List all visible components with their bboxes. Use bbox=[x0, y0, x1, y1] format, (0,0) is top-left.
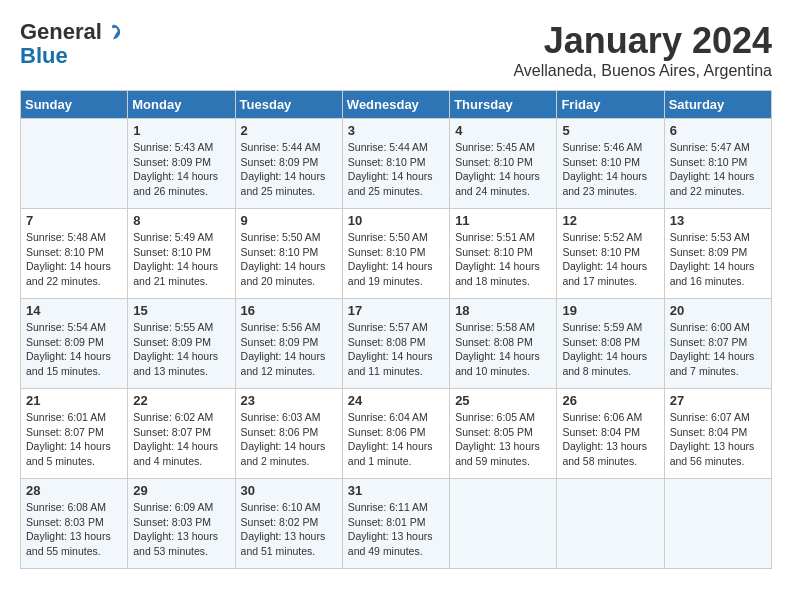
calendar-cell: 23Sunrise: 6:03 AMSunset: 8:06 PMDayligh… bbox=[235, 389, 342, 479]
calendar-cell: 29Sunrise: 6:09 AMSunset: 8:03 PMDayligh… bbox=[128, 479, 235, 569]
calendar-cell: 28Sunrise: 6:08 AMSunset: 8:03 PMDayligh… bbox=[21, 479, 128, 569]
day-info: Sunrise: 5:43 AMSunset: 8:09 PMDaylight:… bbox=[133, 140, 229, 199]
calendar-cell bbox=[557, 479, 664, 569]
day-number: 24 bbox=[348, 393, 444, 408]
calendar-week-row: 1Sunrise: 5:43 AMSunset: 8:09 PMDaylight… bbox=[21, 119, 772, 209]
calendar-cell: 14Sunrise: 5:54 AMSunset: 8:09 PMDayligh… bbox=[21, 299, 128, 389]
calendar-cell: 26Sunrise: 6:06 AMSunset: 8:04 PMDayligh… bbox=[557, 389, 664, 479]
calendar-cell: 15Sunrise: 5:55 AMSunset: 8:09 PMDayligh… bbox=[128, 299, 235, 389]
day-number: 25 bbox=[455, 393, 551, 408]
day-info: Sunrise: 6:07 AMSunset: 8:04 PMDaylight:… bbox=[670, 410, 766, 469]
col-wednesday: Wednesday bbox=[342, 91, 449, 119]
calendar-cell: 25Sunrise: 6:05 AMSunset: 8:05 PMDayligh… bbox=[450, 389, 557, 479]
day-info: Sunrise: 6:03 AMSunset: 8:06 PMDaylight:… bbox=[241, 410, 337, 469]
calendar-cell bbox=[664, 479, 771, 569]
day-number: 29 bbox=[133, 483, 229, 498]
calendar-cell: 24Sunrise: 6:04 AMSunset: 8:06 PMDayligh… bbox=[342, 389, 449, 479]
col-saturday: Saturday bbox=[664, 91, 771, 119]
day-info: Sunrise: 6:02 AMSunset: 8:07 PMDaylight:… bbox=[133, 410, 229, 469]
col-friday: Friday bbox=[557, 91, 664, 119]
calendar-week-row: 21Sunrise: 6:01 AMSunset: 8:07 PMDayligh… bbox=[21, 389, 772, 479]
day-info: Sunrise: 5:59 AMSunset: 8:08 PMDaylight:… bbox=[562, 320, 658, 379]
day-number: 7 bbox=[26, 213, 122, 228]
day-info: Sunrise: 5:55 AMSunset: 8:09 PMDaylight:… bbox=[133, 320, 229, 379]
day-info: Sunrise: 5:57 AMSunset: 8:08 PMDaylight:… bbox=[348, 320, 444, 379]
calendar-cell: 19Sunrise: 5:59 AMSunset: 8:08 PMDayligh… bbox=[557, 299, 664, 389]
calendar-cell: 12Sunrise: 5:52 AMSunset: 8:10 PMDayligh… bbox=[557, 209, 664, 299]
day-number: 20 bbox=[670, 303, 766, 318]
calendar-cell: 31Sunrise: 6:11 AMSunset: 8:01 PMDayligh… bbox=[342, 479, 449, 569]
calendar-cell: 13Sunrise: 5:53 AMSunset: 8:09 PMDayligh… bbox=[664, 209, 771, 299]
col-thursday: Thursday bbox=[450, 91, 557, 119]
day-number: 21 bbox=[26, 393, 122, 408]
calendar-week-row: 14Sunrise: 5:54 AMSunset: 8:09 PMDayligh… bbox=[21, 299, 772, 389]
day-info: Sunrise: 6:00 AMSunset: 8:07 PMDaylight:… bbox=[670, 320, 766, 379]
calendar-cell: 1Sunrise: 5:43 AMSunset: 8:09 PMDaylight… bbox=[128, 119, 235, 209]
day-number: 22 bbox=[133, 393, 229, 408]
calendar-cell: 20Sunrise: 6:00 AMSunset: 8:07 PMDayligh… bbox=[664, 299, 771, 389]
logo-bird-icon bbox=[104, 23, 122, 41]
day-number: 11 bbox=[455, 213, 551, 228]
calendar-table: Sunday Monday Tuesday Wednesday Thursday… bbox=[20, 90, 772, 569]
calendar-cell: 5Sunrise: 5:46 AMSunset: 8:10 PMDaylight… bbox=[557, 119, 664, 209]
calendar-cell bbox=[21, 119, 128, 209]
day-info: Sunrise: 5:45 AMSunset: 8:10 PMDaylight:… bbox=[455, 140, 551, 199]
calendar-cell: 3Sunrise: 5:44 AMSunset: 8:10 PMDaylight… bbox=[342, 119, 449, 209]
day-info: Sunrise: 5:50 AMSunset: 8:10 PMDaylight:… bbox=[241, 230, 337, 289]
day-number: 23 bbox=[241, 393, 337, 408]
calendar-cell: 10Sunrise: 5:50 AMSunset: 8:10 PMDayligh… bbox=[342, 209, 449, 299]
day-number: 27 bbox=[670, 393, 766, 408]
day-number: 10 bbox=[348, 213, 444, 228]
calendar-cell bbox=[450, 479, 557, 569]
day-number: 18 bbox=[455, 303, 551, 318]
col-sunday: Sunday bbox=[21, 91, 128, 119]
calendar-cell: 8Sunrise: 5:49 AMSunset: 8:10 PMDaylight… bbox=[128, 209, 235, 299]
day-number: 30 bbox=[241, 483, 337, 498]
logo: General Blue bbox=[20, 20, 122, 68]
calendar-cell: 18Sunrise: 5:58 AMSunset: 8:08 PMDayligh… bbox=[450, 299, 557, 389]
day-number: 4 bbox=[455, 123, 551, 138]
day-number: 12 bbox=[562, 213, 658, 228]
day-number: 8 bbox=[133, 213, 229, 228]
day-info: Sunrise: 5:56 AMSunset: 8:09 PMDaylight:… bbox=[241, 320, 337, 379]
calendar-cell: 21Sunrise: 6:01 AMSunset: 8:07 PMDayligh… bbox=[21, 389, 128, 479]
day-number: 17 bbox=[348, 303, 444, 318]
day-number: 2 bbox=[241, 123, 337, 138]
day-info: Sunrise: 5:52 AMSunset: 8:10 PMDaylight:… bbox=[562, 230, 658, 289]
logo-general: General bbox=[20, 20, 102, 44]
calendar-cell: 6Sunrise: 5:47 AMSunset: 8:10 PMDaylight… bbox=[664, 119, 771, 209]
day-info: Sunrise: 5:48 AMSunset: 8:10 PMDaylight:… bbox=[26, 230, 122, 289]
day-number: 14 bbox=[26, 303, 122, 318]
day-info: Sunrise: 5:53 AMSunset: 8:09 PMDaylight:… bbox=[670, 230, 766, 289]
day-info: Sunrise: 6:09 AMSunset: 8:03 PMDaylight:… bbox=[133, 500, 229, 559]
logo-blue: Blue bbox=[20, 44, 122, 68]
calendar-header: Sunday Monday Tuesday Wednesday Thursday… bbox=[21, 91, 772, 119]
day-info: Sunrise: 5:46 AMSunset: 8:10 PMDaylight:… bbox=[562, 140, 658, 199]
calendar-cell: 27Sunrise: 6:07 AMSunset: 8:04 PMDayligh… bbox=[664, 389, 771, 479]
day-info: Sunrise: 6:11 AMSunset: 8:01 PMDaylight:… bbox=[348, 500, 444, 559]
day-info: Sunrise: 5:51 AMSunset: 8:10 PMDaylight:… bbox=[455, 230, 551, 289]
calendar-cell: 17Sunrise: 5:57 AMSunset: 8:08 PMDayligh… bbox=[342, 299, 449, 389]
day-number: 31 bbox=[348, 483, 444, 498]
day-info: Sunrise: 5:54 AMSunset: 8:09 PMDaylight:… bbox=[26, 320, 122, 379]
day-number: 28 bbox=[26, 483, 122, 498]
day-info: Sunrise: 5:58 AMSunset: 8:08 PMDaylight:… bbox=[455, 320, 551, 379]
day-info: Sunrise: 5:50 AMSunset: 8:10 PMDaylight:… bbox=[348, 230, 444, 289]
calendar-cell: 7Sunrise: 5:48 AMSunset: 8:10 PMDaylight… bbox=[21, 209, 128, 299]
day-number: 13 bbox=[670, 213, 766, 228]
calendar-cell: 22Sunrise: 6:02 AMSunset: 8:07 PMDayligh… bbox=[128, 389, 235, 479]
day-info: Sunrise: 6:06 AMSunset: 8:04 PMDaylight:… bbox=[562, 410, 658, 469]
title-section: January 2024 Avellaneda, Buenos Aires, A… bbox=[513, 20, 772, 80]
day-info: Sunrise: 5:44 AMSunset: 8:10 PMDaylight:… bbox=[348, 140, 444, 199]
calendar-cell: 30Sunrise: 6:10 AMSunset: 8:02 PMDayligh… bbox=[235, 479, 342, 569]
calendar-subtitle: Avellaneda, Buenos Aires, Argentina bbox=[513, 62, 772, 80]
day-info: Sunrise: 5:49 AMSunset: 8:10 PMDaylight:… bbox=[133, 230, 229, 289]
day-info: Sunrise: 6:08 AMSunset: 8:03 PMDaylight:… bbox=[26, 500, 122, 559]
calendar-body: 1Sunrise: 5:43 AMSunset: 8:09 PMDaylight… bbox=[21, 119, 772, 569]
col-monday: Monday bbox=[128, 91, 235, 119]
day-number: 1 bbox=[133, 123, 229, 138]
day-info: Sunrise: 5:44 AMSunset: 8:09 PMDaylight:… bbox=[241, 140, 337, 199]
day-info: Sunrise: 5:47 AMSunset: 8:10 PMDaylight:… bbox=[670, 140, 766, 199]
day-number: 6 bbox=[670, 123, 766, 138]
calendar-cell: 16Sunrise: 5:56 AMSunset: 8:09 PMDayligh… bbox=[235, 299, 342, 389]
